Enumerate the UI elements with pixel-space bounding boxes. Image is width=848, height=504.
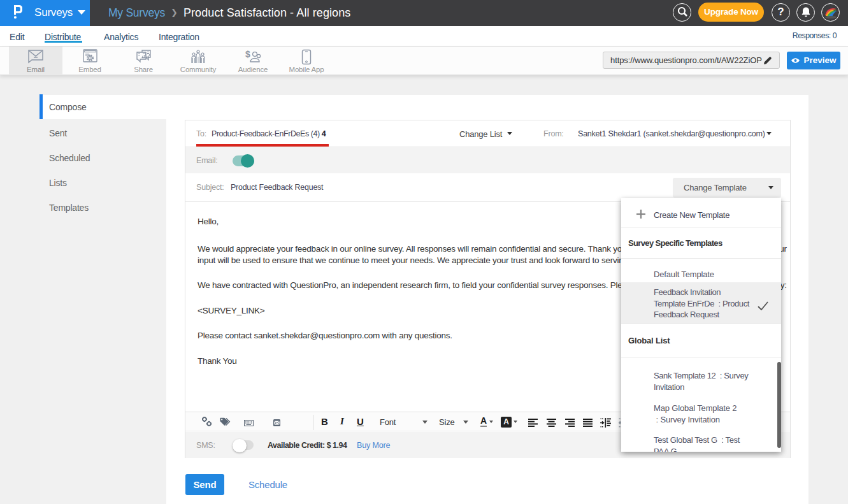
- svg-text:$: $: [245, 49, 250, 59]
